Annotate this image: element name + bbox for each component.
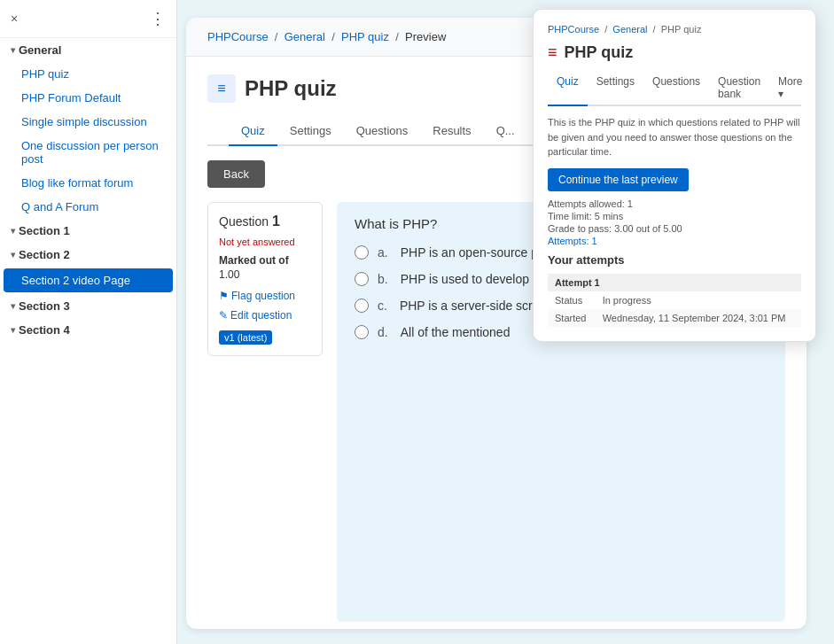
tab-settings[interactable]: Settings (277, 117, 344, 146)
tab-results[interactable]: Results (420, 117, 483, 146)
breadcrumb-php-quiz[interactable]: PHP quiz (341, 30, 389, 43)
question-panel: Question 1 Not yet answered Marked out o… (207, 202, 323, 356)
option-label-d: d. (378, 325, 388, 339)
radio-d[interactable] (355, 325, 369, 339)
option-label-c: c. (378, 299, 387, 313)
attempt-status-value: In progress (596, 291, 801, 309)
popup-time-limit: Time limit: 5 mins (548, 211, 801, 221)
breadcrumb-phpcourse[interactable]: PHPCourse (207, 30, 269, 43)
popup-breadcrumb-current: PHP quiz (661, 24, 702, 35)
popup-grade-to-pass: Grade to pass: 3.00 out of 5.00 (548, 223, 801, 234)
popup-quiz-icon: ≡ (548, 43, 557, 62)
chevron-down-icon: ▾ (11, 45, 15, 55)
back-button[interactable]: Back (207, 160, 265, 188)
option-label-b: b. (378, 272, 388, 286)
chevron-right-icon: ▾ (11, 301, 15, 311)
popup-tabs: Quiz Settings Questions Question bank Mo… (548, 71, 801, 106)
sidebar-item-php-quiz[interactable]: PHP quiz (0, 62, 176, 86)
sidebar-item-php-forum-default[interactable]: PHP Forum Default (0, 86, 176, 110)
popup-tab-questions[interactable]: Questions (643, 71, 709, 106)
not-answered-status: Not yet answered (219, 237, 311, 247)
sidebar-item-section4[interactable]: ▾ Section 4 (0, 318, 176, 342)
sidebar: × ⋮ ▾ General PHP quiz PHP Forum Default… (0, 0, 177, 644)
question-number: Question 1 (219, 213, 311, 229)
popup-tab-quiz[interactable]: Quiz (548, 71, 588, 106)
sidebar-item-q-and-a-forum[interactable]: Q and A Forum (0, 195, 176, 219)
popup-breadcrumb: PHPCourse / General / PHP quiz (548, 24, 801, 35)
table-row: Status In progress (548, 291, 801, 309)
attempt-table-header: Attempt 1 (548, 274, 801, 291)
sidebar-item-single-simple-discussion[interactable]: Single simple discussion (0, 110, 176, 134)
version-badge: v1 (latest) (219, 330, 272, 345)
edit-icon: ✎ (219, 309, 228, 322)
chevron-right-icon: ▾ (11, 226, 15, 236)
radio-a[interactable] (355, 245, 369, 260)
breadcrumb-general[interactable]: General (284, 30, 325, 43)
radio-c[interactable] (355, 299, 369, 313)
marked-out-label: Marked out of (219, 254, 311, 267)
popup-tab-more[interactable]: More ▾ (769, 71, 811, 106)
sidebar-item-section1[interactable]: ▾ Section 1 (0, 219, 176, 243)
attempt-started-label: Started (548, 309, 596, 327)
sidebar-item-section2-video-page[interactable]: Section 2 video Page (4, 268, 173, 292)
attempt-table: Attempt 1 Status In progress Started Wed… (548, 274, 801, 327)
quiz-title: PHP quiz (245, 76, 337, 101)
popup-breadcrumb-phpcourse[interactable]: PHPCourse (548, 24, 599, 35)
popup-inner: PHPCourse / General / PHP quiz ≡ PHP qui… (534, 10, 815, 341)
sidebar-item-section2[interactable]: ▾ Section 2 (0, 243, 176, 267)
option-text-d: All of the mentioned (401, 325, 511, 339)
sidebar-item-one-discussion[interactable]: One discussion per person post (0, 134, 176, 171)
attempt-status-label: Status (548, 291, 596, 309)
quiz-icon: ≡ (207, 74, 236, 103)
tab-questions[interactable]: Questions (344, 117, 421, 146)
popup: PHPCourse / General / PHP quiz ≡ PHP qui… (533, 9, 816, 342)
close-icon[interactable]: × (11, 12, 18, 26)
chevron-right-icon: ▾ (11, 325, 15, 335)
flag-icon: ⚑ (219, 290, 229, 302)
sidebar-item-blog-like[interactable]: Blog like format forum (0, 171, 176, 195)
sidebar-item-general[interactable]: ▾ General (0, 38, 176, 62)
popup-title: PHP quiz (565, 43, 634, 62)
flag-question-link[interactable]: ⚑ Flag question (219, 290, 311, 302)
edit-question-link[interactable]: ✎ Edit question (219, 309, 311, 322)
mark-value: 1.00 (219, 268, 311, 281)
popup-attempts-allowed: Attempts allowed: 1 (548, 198, 801, 209)
popup-attempts-link[interactable]: Attempts: 1 (548, 236, 801, 246)
popup-description: This is the PHP quiz in which questions … (548, 115, 801, 159)
breadcrumb-current: Preview (405, 30, 446, 43)
menu-icon[interactable]: ⋮ (150, 9, 166, 28)
popup-tab-settings[interactable]: Settings (588, 71, 643, 106)
sidebar-header: × ⋮ (0, 0, 176, 38)
table-row: Started Wednesday, 11 September 2024, 3:… (548, 309, 801, 327)
tab-q[interactable]: Q... (484, 117, 527, 146)
tab-quiz[interactable]: Quiz (229, 117, 277, 146)
popup-breadcrumb-general[interactable]: General (612, 24, 647, 35)
chevron-down-icon: ▾ (11, 250, 15, 260)
popup-title-row: ≡ PHP quiz (548, 43, 801, 62)
radio-b[interactable] (355, 272, 369, 286)
popup-tab-question-bank[interactable]: Question bank (709, 71, 769, 106)
option-label-a: a. (378, 245, 388, 260)
sidebar-item-section3[interactable]: ▾ Section 3 (0, 294, 176, 318)
popup-your-attempts: Your attempts (548, 253, 801, 267)
popup-continue-button[interactable]: Continue the last preview (548, 168, 689, 191)
attempt-started-value: Wednesday, 11 September 2024, 3:01 PM (596, 309, 801, 327)
